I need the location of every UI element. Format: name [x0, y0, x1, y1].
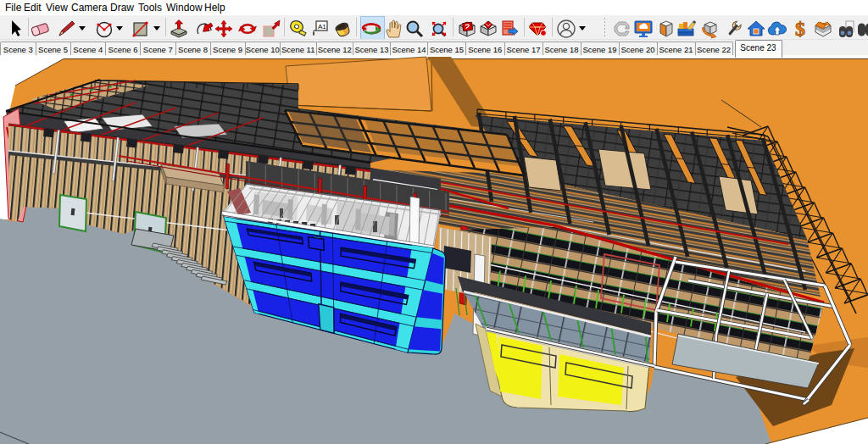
svg-text:$: $: [795, 19, 805, 39]
svg-text:A1: A1: [318, 23, 326, 31]
